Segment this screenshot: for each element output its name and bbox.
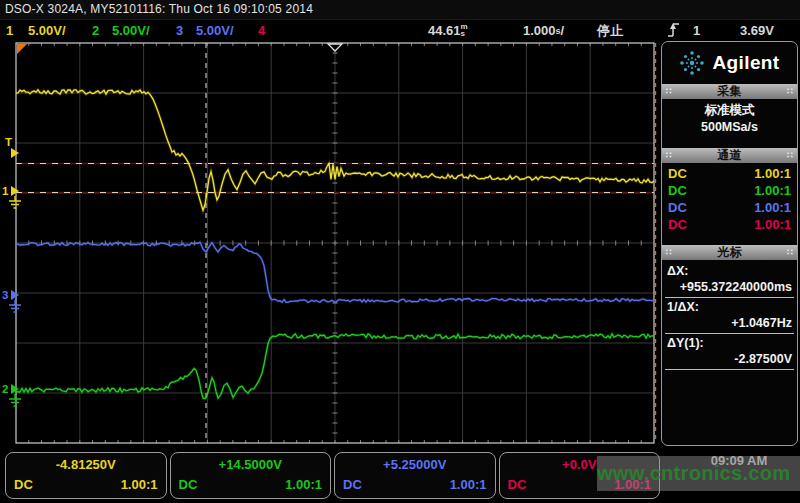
sidebar-channel-row-2[interactable]: DC1.00:1 [662,182,797,199]
brand-row: Agilent [662,42,797,84]
section-title: 光标 [672,245,788,260]
grip-icon: ∷ [787,245,793,260]
trigger-level-marker [11,148,19,158]
ground-icon [9,394,21,406]
trigger-slope-icon [666,20,681,41]
coupling: DC [343,475,362,495]
grip-icon: ∷ [787,84,793,99]
scope-display: T132 [0,0,662,452]
trigger-offscreen-arrow [17,44,27,54]
probe-ratio: 1.00:1 [285,475,322,495]
channel-2-ref-label: 2 [2,383,8,395]
channel-3-ref-label: 3 [2,289,8,301]
time-reference-marker [328,44,342,51]
cursor-value: +955.372240000ms [667,279,792,295]
ground-icon [9,300,21,312]
probe-ratio: 1.00:1 [754,165,791,182]
probe-ratio: 1.00:1 [121,475,158,495]
coupling: DC [668,165,687,182]
trigger-level[interactable]: 3.69V [740,20,774,41]
acquisition-mode: 标准模式 [662,102,797,119]
channel-measurement: -4.81250V [14,455,158,475]
cursor-label: ΔX: [667,263,792,279]
sample-rate: 500MSa/s [662,119,797,136]
probe-ratio: 1.00:1 [754,182,791,199]
cursor-value: +1.0467Hz [667,315,792,331]
coupling: DC [668,199,687,216]
brand-name: Agilent [712,52,779,74]
channel-measurement: +14.5000V [179,455,323,475]
section-title: 采集 [672,84,788,99]
section-header-cursors[interactable]: ∷ 光标 ∷ [662,245,797,260]
section-title: 通道 [672,148,788,163]
coupling: DC [508,475,527,495]
sidebar-channel-row-3[interactable]: DC1.00:1 [662,199,797,216]
channel-coupling-list: DC1.00:1DC1.00:1DC1.00:1DC1.00:1 [662,163,797,237]
probe-ratio: 1.00:1 [754,216,791,233]
cursor-readout-2: 1/ΔX:+1.0467Hz [665,298,794,334]
oscilloscope-screen: DSO-X 3024A, MY52101116: Thu Oct 16 09:1… [0,0,800,503]
cursor-readout-1: ΔX:+955.372240000ms [665,262,794,298]
ground-icon [9,196,21,208]
footer-channel-box-3[interactable]: +5.25000VDC1.00:1 [334,452,496,499]
probe-ratio: 1.00:1 [450,475,487,495]
footer-channel-boxes: -4.81250VDC1.00:1+14.5000VDC1.00:1+5.250… [5,452,660,499]
sidebar-panel: Agilent ∷ 采集 ∷ 标准模式 500MSa/s ∷ 通道 ∷ DC1.… [661,41,798,446]
cursor-label: ΔY(1): [667,335,792,351]
channel-1-ref-label: 1 [2,185,9,197]
coupling: DC [668,182,687,199]
section-header-channels[interactable]: ∷ 通道 ∷ [662,148,797,163]
sidebar-channel-row-4[interactable]: DC1.00:1 [662,216,797,233]
grip-icon: ∷ [787,148,793,163]
cursor-value: -2.87500V [667,351,792,367]
footer-channel-box-2[interactable]: +14.5000VDC1.00:1 [170,452,332,499]
coupling: DC [179,475,198,495]
watermark-banner: www.cntronics.com [597,456,800,491]
cursor-readout-3: ΔY(1):-2.87500V [665,334,794,370]
watermark-text: www.cntronics.com [597,462,790,485]
footer-channel-box-1[interactable]: -4.81250VDC1.00:1 [5,452,167,499]
trigger-level-label: T [5,136,12,148]
probe-ratio: 1.00:1 [754,199,791,216]
sidebar-channel-row-1[interactable]: DC1.00:1 [662,165,797,182]
agilent-logo-icon [679,50,705,76]
section-header-acquisition[interactable]: ∷ 采集 ∷ [662,84,797,99]
coupling: DC [668,216,687,233]
cursor-label: 1/ΔX: [667,299,792,315]
channel-1-ref-marker [11,186,19,196]
channel-measurement: +5.25000V [343,455,487,475]
channel-3-ref-marker [11,290,19,300]
trigger-source[interactable]: 1 [693,20,700,41]
coupling: DC [14,475,33,495]
cursor-readouts: ΔX:+955.372240000ms1/ΔX:+1.0467HzΔY(1):-… [662,260,797,370]
acquisition-info: 标准模式 500MSa/s [662,99,797,138]
